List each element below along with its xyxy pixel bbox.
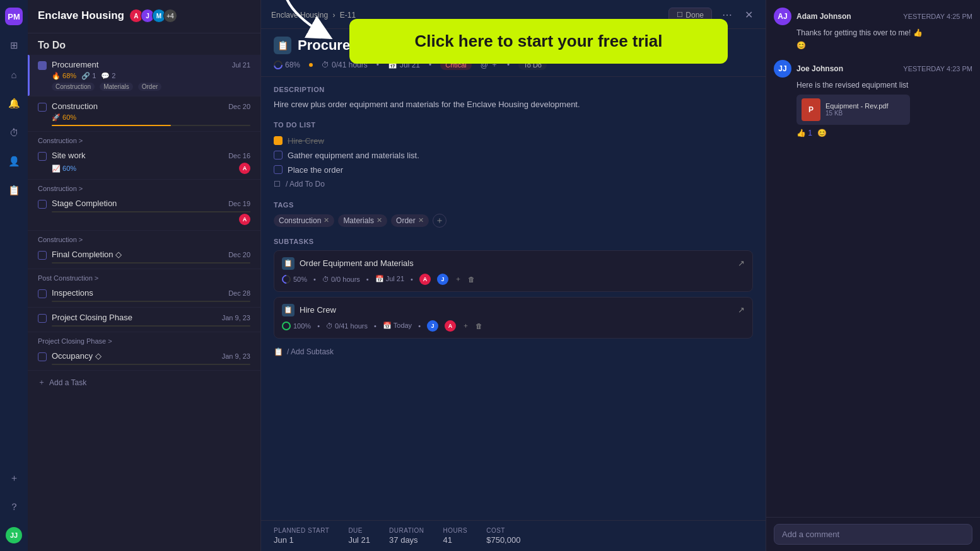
task-name-sitework: Site work bbox=[52, 151, 85, 160]
todo-checkbox-3[interactable] bbox=[274, 165, 283, 174]
attachment-size: 15 KB bbox=[825, 110, 888, 117]
tag-construction-remove[interactable]: ✕ bbox=[324, 216, 329, 224]
tag-construction-item[interactable]: Construction ✕ bbox=[274, 214, 334, 227]
nav-help[interactable]: ？ bbox=[5, 498, 23, 516]
progress-ring-2 bbox=[282, 322, 291, 330]
add-todo-button[interactable]: ☐ / Add To Do bbox=[274, 177, 753, 191]
attachment-name: Equipment - Rev.pdf bbox=[825, 102, 888, 110]
avatar-overflow[interactable]: +4 bbox=[163, 9, 177, 23]
task-checkbox-final[interactable] bbox=[38, 251, 47, 260]
task-checkbox-stage[interactable] bbox=[38, 200, 47, 209]
project-title-text: Enclave Housing bbox=[38, 9, 124, 22]
comment-1-header: AJ Adam Johnson YESTERDAY 4:25 PM bbox=[774, 8, 972, 25]
subtask-1-meta: 50% • ⏱ 0/0 hours • 📅 Jul 21 • A J ＋ 🗑 bbox=[282, 274, 745, 285]
subtasks-section-title: SUBTASKS bbox=[274, 238, 753, 245]
todo-item-gather[interactable]: Gather equipment and materials list. bbox=[274, 148, 753, 163]
task-item-stage-completion[interactable]: Stage Completion Dec 19 A bbox=[28, 194, 260, 231]
nav-grid[interactable]: ⊞ bbox=[5, 37, 23, 54]
thumbs-react-2[interactable]: 👍 1 bbox=[796, 129, 812, 137]
nav-avatar[interactable]: JJ bbox=[6, 527, 22, 543]
nav-notifications[interactable]: 🔔 bbox=[5, 95, 23, 112]
subtask-2-avatar-1: J bbox=[427, 320, 438, 332]
brand-logo[interactable]: PM bbox=[5, 8, 23, 25]
task-checkbox-closing[interactable] bbox=[38, 314, 47, 323]
comment-2-author: Joe Johnson bbox=[796, 64, 843, 73]
panel-header: Enclave Housing A J M +4 bbox=[28, 0, 260, 33]
task-item-construction[interactable]: Construction Dec 20 🚀 60% bbox=[28, 96, 260, 132]
comment-1-reactions: 😊 bbox=[774, 41, 972, 50]
comment-2-avatar: JJ bbox=[774, 60, 791, 78]
tag-construction: Construction bbox=[52, 83, 95, 91]
close-button[interactable]: ✕ bbox=[742, 6, 755, 23]
comment-2-time: YESTERDAY 4:23 PM bbox=[903, 65, 972, 72]
task-item-inspections[interactable]: Inspections Dec 28 bbox=[28, 283, 260, 308]
task-name-construction: Construction bbox=[52, 102, 98, 111]
subtask-1-avatar-1: A bbox=[419, 274, 431, 285]
subtask-2-avatar-2: A bbox=[445, 320, 456, 332]
subtask-2-name: Hire Crew bbox=[300, 305, 733, 315]
group-header-construction-stage: Construction > bbox=[28, 180, 260, 194]
task-date-stage: Dec 19 bbox=[228, 200, 250, 207]
nav-sidebar: PM ⊞ ⌂ 🔔 ⏱ 👤 📋 ＋ ？ JJ bbox=[0, 0, 28, 551]
cta-banner[interactable]: Click here to start your free trial bbox=[349, 19, 728, 64]
comment-1-avatar: AJ bbox=[774, 8, 791, 25]
footer-cost: COST $750,000 bbox=[486, 527, 520, 545]
add-task-button[interactable]: ＋ Add a Task bbox=[28, 371, 260, 394]
todo-item-hire-crew[interactable]: Hire Crew bbox=[274, 134, 753, 148]
task-checkbox-occupancy[interactable] bbox=[38, 352, 47, 361]
task-checkbox-inspections[interactable] bbox=[38, 289, 47, 298]
task-progress-construction: 🚀 60% bbox=[52, 113, 76, 122]
task-date-construction: Dec 20 bbox=[228, 103, 250, 110]
comment-list: AJ Adam Johnson YESTERDAY 4:25 PM Thanks… bbox=[766, 0, 980, 517]
tag-order-remove[interactable]: ✕ bbox=[418, 216, 424, 224]
todo-item-place-order[interactable]: Place the order bbox=[274, 163, 753, 177]
tag-order: Order bbox=[138, 83, 162, 91]
task-item-closing[interactable]: Project Closing Phase Jan 9, 23 bbox=[28, 308, 260, 332]
task-item-occupancy[interactable]: Occupancy ◇ Jan 9, 23 bbox=[28, 346, 260, 371]
comment-1-time: YESTERDAY 4:25 PM bbox=[903, 13, 972, 20]
nav-docs[interactable]: 📋 bbox=[5, 182, 23, 199]
description-text: Hire crew plus order equipment and mater… bbox=[274, 98, 753, 111]
progress-ring-1 bbox=[280, 273, 293, 286]
nav-clock[interactable]: ⏱ bbox=[5, 124, 23, 141]
task-name-final: Final Completion ◇ bbox=[52, 250, 122, 259]
task-item-final-completion[interactable]: Final Completion ◇ Dec 20 bbox=[28, 245, 260, 269]
task-checkbox-construction[interactable] bbox=[38, 103, 47, 112]
group-header-construction-sitework: Construction > bbox=[28, 132, 260, 146]
task-date-closing: Jan 9, 23 bbox=[222, 314, 250, 322]
tag-add-button[interactable]: ＋ bbox=[433, 214, 446, 228]
todo-checkbox-2[interactable] bbox=[274, 151, 283, 160]
tag-order-item[interactable]: Order ✕ bbox=[391, 214, 429, 227]
nav-home[interactable]: ⌂ bbox=[5, 66, 23, 83]
task-item-procurement[interactable]: Procurement Jul 21 🔥 68% 🔗 1 💬 2 Constru… bbox=[28, 55, 260, 96]
avatar-group: A J M +4 bbox=[129, 9, 177, 23]
task-progress-sitework: 📈 60% bbox=[52, 165, 76, 173]
comment-input[interactable] bbox=[774, 524, 972, 545]
todo-checkbox-1[interactable] bbox=[274, 136, 283, 145]
subtask-1-expand[interactable]: ↗ bbox=[738, 258, 745, 268]
project-title-row: Enclave Housing A J M +4 bbox=[38, 9, 250, 23]
task-checkbox-procurement[interactable] bbox=[38, 61, 47, 70]
task-date-inspections: Dec 28 bbox=[228, 289, 250, 297]
avatar-stage: A bbox=[239, 214, 250, 225]
comment-1-author: Adam Johnson bbox=[796, 12, 851, 21]
emoji-react-2[interactable]: 😊 bbox=[817, 129, 827, 137]
tag-materials-remove[interactable]: ✕ bbox=[376, 216, 382, 224]
task-name-closing: Project Closing Phase bbox=[52, 313, 132, 322]
task-checkbox-sitework[interactable] bbox=[38, 152, 47, 161]
task-date-occupancy: Jan 9, 23 bbox=[222, 352, 250, 360]
tag-materials: Materials bbox=[100, 83, 133, 91]
status-dot bbox=[309, 63, 313, 67]
task-item-sitework[interactable]: Site work Dec 16 📈 60% A bbox=[28, 146, 260, 180]
add-subtask-button[interactable]: 📋 / Add Subtask bbox=[274, 344, 753, 360]
subtask-2-expand[interactable]: ↗ bbox=[738, 305, 745, 315]
footer-info: PLANNED START Jun 1 DUE Jul 21 DURATION … bbox=[261, 520, 766, 551]
tags-section-title: TAGS bbox=[274, 201, 753, 209]
nav-add[interactable]: ＋ bbox=[5, 469, 23, 487]
comment-2-header: JJ Joe Johnson YESTERDAY 4:23 PM bbox=[774, 60, 972, 78]
nav-users[interactable]: 👤 bbox=[5, 153, 23, 170]
emoji-react-1[interactable]: 😊 bbox=[796, 41, 806, 50]
comment-2-attachment[interactable]: P Equipment - Rev.pdf 15 KB bbox=[796, 95, 910, 125]
tag-materials-item[interactable]: Materials ✕ bbox=[338, 214, 387, 227]
avatar-sitework: A bbox=[239, 163, 250, 174]
